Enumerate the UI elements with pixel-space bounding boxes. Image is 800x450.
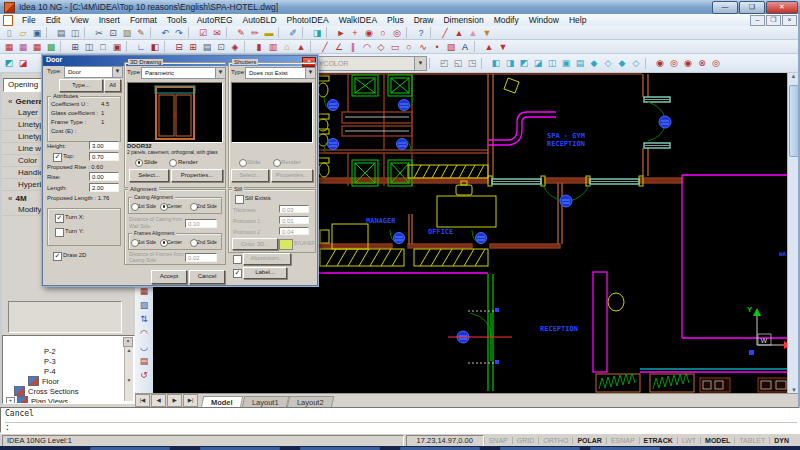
wall-grid-3-icon[interactable]: ▦	[30, 41, 44, 53]
draw-polygon-icon[interactable]: ◇	[374, 41, 388, 53]
zoom-realtime-icon[interactable]: ◉	[653, 57, 667, 69]
ucs-box-3-icon[interactable]: ◳	[465, 57, 479, 69]
wall-grid-1-icon[interactable]: ▦	[2, 41, 16, 53]
menu-autobld[interactable]: AutoBLD	[238, 15, 282, 25]
render-box-icon[interactable]: ◨	[310, 27, 324, 39]
ruler-icon[interactable]: ▬	[262, 27, 276, 39]
select-button[interactable]: Select...	[129, 169, 169, 182]
menu-view[interactable]: View	[65, 15, 93, 25]
ucs-box-2-icon[interactable]: ◱	[451, 57, 465, 69]
menu-plus[interactable]: Plus	[382, 15, 409, 25]
color-3d-button[interactable]: Color 3D...	[232, 238, 278, 250]
shutters-type-combo[interactable]: Does not Exist ▼	[245, 67, 316, 79]
markup-a-icon[interactable]: ▲	[452, 27, 466, 39]
drawing3d-type-combo[interactable]: Parametric ▼	[141, 67, 226, 79]
chevron-down-icon[interactable]: ▼	[305, 68, 315, 78]
menu-format[interactable]: Format	[125, 15, 162, 25]
toggle-lwt[interactable]: LWT	[677, 437, 700, 444]
copy-icon[interactable]: ⊡	[106, 27, 120, 39]
edit-pencil-icon[interactable]: ✏	[248, 27, 262, 39]
draw-point-icon[interactable]: •	[430, 41, 444, 53]
toggle-esnap[interactable]: ESNAP	[606, 437, 639, 444]
maximize-button[interactable]: ❏	[739, 1, 765, 14]
accept-button[interactable]: Accept	[151, 270, 187, 284]
menu-help[interactable]: Help	[564, 15, 591, 25]
zoom-in-icon[interactable]: ◉	[362, 27, 376, 39]
paintbrush-icon[interactable]: ✐	[286, 27, 300, 39]
solid-wedge-icon[interactable]: ◨	[503, 57, 517, 69]
shutters-slide-radio[interactable]	[239, 159, 247, 167]
solid-cone-icon[interactable]: ◩	[517, 57, 531, 69]
menu-draw[interactable]: Draw	[409, 15, 439, 25]
zoom-all-icon[interactable]: ◎	[709, 57, 723, 69]
tab-prev-icon[interactable]: ◀	[151, 394, 166, 407]
all-button[interactable]: All	[104, 79, 121, 92]
zoom-flag-icon[interactable]: ►	[334, 27, 348, 39]
toggle-tablet[interactable]: TABLET	[734, 437, 769, 444]
top-checkbox[interactable]: ✓	[53, 153, 62, 162]
tree-scrollbar[interactable]: ▲▼	[124, 347, 133, 401]
paste-icon[interactable]: ▨	[120, 27, 134, 39]
column-tool-icon[interactable]: ◫	[82, 41, 96, 53]
aluminium-button[interactable]: Aluminium...	[243, 253, 291, 265]
type-button[interactable]: Type...	[59, 79, 103, 92]
top-field[interactable]: 0.70	[89, 152, 119, 161]
copy-sheet-icon[interactable]: ⊡	[214, 41, 228, 53]
chevron-down-icon[interactable]: ▼	[112, 67, 122, 77]
tab-last-icon[interactable]: ▶|	[183, 394, 198, 407]
menu-photoidea[interactable]: PhotoIDEA	[282, 15, 334, 25]
v-rotate-icon[interactable]: ↺	[137, 369, 151, 381]
draw-arc-icon[interactable]: ◠	[360, 41, 374, 53]
sketch-pencil-icon[interactable]: ✎	[234, 27, 248, 39]
thickness-field[interactable]: 0.03	[279, 205, 309, 213]
turn-x-checkbox[interactable]: ✓	[55, 214, 64, 223]
slab-tool-icon[interactable]: □	[96, 41, 110, 53]
draw-double-line-icon[interactable]: ∥	[346, 41, 360, 53]
minimize-button[interactable]: —	[712, 1, 738, 14]
sill-exists-checkbox[interactable]	[235, 195, 244, 204]
windows-taskbar[interactable]	[0, 446, 800, 450]
shutters-select-button[interactable]: Select...	[231, 169, 269, 182]
railing-1-icon[interactable]: ▮	[252, 41, 266, 53]
move-down-icon[interactable]: ▼	[496, 41, 510, 53]
shutters-render-radio[interactable]	[273, 159, 281, 167]
mdi-minimize-button[interactable]: –	[750, 15, 765, 26]
v-wall-icon[interactable]: ▦	[137, 285, 151, 297]
draw-spline-icon[interactable]: ∿	[416, 41, 430, 53]
close-button[interactable]: ✕	[766, 1, 798, 14]
draw-text-icon[interactable]: A	[458, 41, 472, 53]
markup-b-icon[interactable]: ▲	[466, 27, 480, 39]
wall-grid-4-icon[interactable]: ▩	[44, 41, 58, 53]
color-swatch[interactable]	[279, 239, 293, 250]
tree-item-p-2[interactable]: P-2	[4, 346, 122, 356]
solid-torus-icon[interactable]: ▣	[559, 57, 573, 69]
view-3d-b-icon[interactable]: ◪	[16, 57, 30, 69]
solid-cylinder-icon[interactable]: ◫	[545, 57, 559, 69]
mdi-restore-button[interactable]: ❐	[766, 15, 781, 26]
help-icon[interactable]: ?	[414, 27, 428, 39]
menu-edit[interactable]: Edit	[41, 15, 66, 25]
turn-y-checkbox[interactable]	[55, 228, 64, 237]
zoom-out-icon[interactable]: ○	[376, 27, 390, 39]
tab-first-icon[interactable]: |◀	[135, 394, 150, 407]
label-button[interactable]: Label...	[243, 267, 287, 279]
frames-dist-field[interactable]: 0.02	[185, 253, 217, 262]
expand-icon[interactable]: +	[6, 397, 15, 405]
v-arch-icon[interactable]: ◠	[137, 327, 151, 339]
view-3d-a-icon[interactable]: ◩	[2, 57, 16, 69]
ucs-box-1-icon[interactable]: ◰	[437, 57, 451, 69]
railing-2-icon[interactable]: ▥	[266, 41, 280, 53]
layer-mark-icon[interactable]: ◈	[228, 41, 242, 53]
v-opening-icon[interactable]: ▨	[137, 299, 151, 311]
tab-next-icon[interactable]: ▶	[167, 394, 182, 407]
height-field[interactable]: 3.00	[89, 141, 119, 150]
draw-polyline-icon[interactable]: ∠	[332, 41, 346, 53]
draw-line-icon[interactable]: ╱	[318, 41, 332, 53]
draw-circle-icon[interactable]: ○	[402, 41, 416, 53]
move-up-icon[interactable]: ▲	[482, 41, 496, 53]
redo-icon[interactable]: ↷	[172, 27, 186, 39]
chevron-down-icon[interactable]: ▼	[414, 57, 426, 70]
close-icon[interactable]: ×	[123, 337, 133, 347]
tree-item-floor[interactable]: Floor	[4, 376, 122, 386]
slide-radio[interactable]	[135, 159, 143, 167]
